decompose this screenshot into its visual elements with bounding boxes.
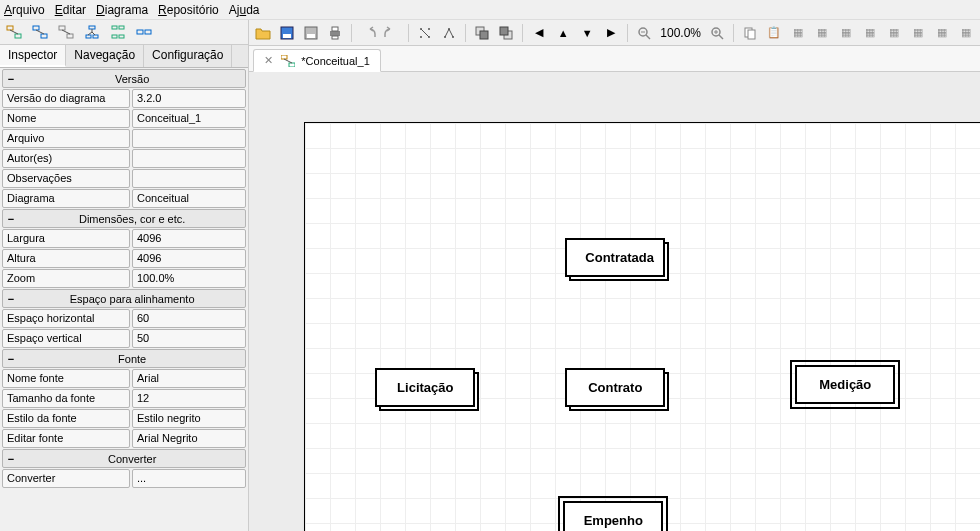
prop-val[interactable]: Conceitual [132, 189, 246, 208]
collapse-icon[interactable]: − [3, 293, 19, 305]
redo-icon[interactable] [382, 23, 402, 43]
entity-empenho[interactable]: Empenho [563, 501, 663, 531]
section-title: Versão [19, 73, 245, 85]
prop-val[interactable]: 12 [132, 389, 246, 408]
prop-val[interactable]: 100.0% [132, 269, 246, 288]
disabled-tool-icon: ▦ [836, 23, 856, 43]
svg-rect-17 [112, 35, 117, 38]
left-tabs: Inspector Navegação Configuração [0, 44, 248, 68]
svg-line-46 [719, 35, 723, 39]
prop-val[interactable] [132, 169, 246, 188]
svg-rect-10 [86, 35, 91, 38]
collapse-icon[interactable]: − [3, 353, 19, 365]
disabled-tool-icon: ▦ [812, 23, 832, 43]
prop-val[interactable]: 4096 [132, 249, 246, 268]
svg-line-8 [62, 30, 70, 34]
zoom-out-icon[interactable] [634, 23, 654, 43]
prop-val[interactable] [132, 129, 246, 148]
save-as-icon[interactable] [301, 23, 321, 43]
arrow-up-icon[interactable]: ▲ [553, 23, 573, 43]
tab-configuracao[interactable]: Configuração [144, 45, 232, 67]
svg-rect-27 [332, 36, 338, 39]
canvas[interactable]: Contratada Licitação Contrato Medição Em… [249, 72, 980, 531]
doc-tab-conceitual[interactable]: ✕ *Conceitual_1 [253, 49, 381, 72]
tab-inspector[interactable]: Inspector [0, 45, 66, 67]
menu-editar[interactable]: Editar [55, 3, 86, 17]
prop-val[interactable]: 4096 [132, 229, 246, 248]
prop-key: Diagrama [2, 189, 130, 208]
document-tabs: ✕ *Conceitual_1 [249, 46, 980, 72]
arrow-right-icon[interactable]: ▶ [601, 23, 621, 43]
save-icon[interactable] [277, 23, 297, 43]
close-icon[interactable]: ✕ [264, 54, 273, 67]
disabled-tool-icon: ▦ [932, 23, 952, 43]
prop-key: Estilo da fonte [2, 409, 130, 428]
prop-val[interactable]: Arial Negrito [132, 429, 246, 448]
entity-contrato[interactable]: Contrato [565, 368, 665, 407]
svg-rect-0 [7, 26, 13, 30]
menu-ajuda[interactable]: Ajuda [229, 3, 260, 17]
folder-open-icon[interactable] [253, 23, 273, 43]
svg-rect-26 [332, 27, 338, 31]
section-espaco[interactable]: −Espaço para alinhamento [2, 289, 246, 308]
diagram-tool-icon-4[interactable] [84, 24, 100, 40]
align-tool-icon[interactable] [415, 23, 435, 43]
section-converter[interactable]: −Converter [2, 449, 246, 468]
prop-val[interactable]: Conceitual_1 [132, 109, 246, 128]
svg-rect-39 [500, 27, 508, 35]
arrow-down-icon[interactable]: ▼ [577, 23, 597, 43]
svg-rect-9 [89, 26, 95, 29]
prop-val[interactable]: Arial [132, 369, 246, 388]
canvas-page[interactable]: Contratada Licitação Contrato Medição Em… [304, 122, 980, 531]
prop-key: Nome fonte [2, 369, 130, 388]
arrow-left-icon[interactable]: ◀ [529, 23, 549, 43]
left-panel: Inspector Navegação Configuração − Versã… [0, 20, 249, 531]
section-fonte[interactable]: −Fonte [2, 349, 246, 368]
diagram-tool-icon-6[interactable] [136, 24, 152, 40]
prop-val[interactable]: Estilo negrito [132, 409, 246, 428]
diagram-tool-icon-2[interactable] [32, 24, 48, 40]
collapse-icon[interactable]: − [3, 73, 19, 85]
right-panel: ◀ ▲ ▼ ▶ 100.0% 📋 ▦ ▦ ▦ ▦ ▦ ▦ ▦ ▦ ✕ *Conc… [249, 20, 980, 531]
tab-navegacao[interactable]: Navegação [66, 45, 144, 67]
svg-line-2 [10, 30, 18, 34]
diagram-tool-icon-3[interactable] [58, 24, 74, 40]
entity-licitacao[interactable]: Licitação [375, 368, 475, 407]
section-versao[interactable]: − Versão [2, 69, 246, 88]
inspector-panel[interactable]: − Versão Versão do diagrama3.2.0 NomeCon… [0, 68, 248, 531]
prop-val[interactable]: 60 [132, 309, 246, 328]
zoom-in-icon[interactable] [707, 23, 727, 43]
prop-val[interactable]: 50 [132, 329, 246, 348]
align-tool-icon-2[interactable] [439, 23, 459, 43]
prop-key: Zoom [2, 269, 130, 288]
svg-rect-50 [289, 63, 295, 67]
disabled-tool-icon: ▦ [860, 23, 880, 43]
undo-icon[interactable] [358, 23, 378, 43]
prop-val[interactable]: 3.2.0 [132, 89, 246, 108]
entity-contratada[interactable]: Contratada [565, 238, 665, 277]
disabled-tool-icon: ▦ [788, 23, 808, 43]
collapse-icon[interactable]: − [3, 453, 19, 465]
section-dimensoes[interactable]: −Dimensões, cor e etc. [2, 209, 246, 228]
prop-val[interactable] [132, 149, 246, 168]
diagram-tool-icon-5[interactable] [110, 24, 126, 40]
prop-key: Versão do diagrama [2, 89, 130, 108]
prop-key: Largura [2, 229, 130, 248]
prop-key: Espaço vertical [2, 329, 130, 348]
send-back-icon[interactable] [496, 23, 516, 43]
copy-icon[interactable] [740, 23, 760, 43]
collapse-icon[interactable]: − [3, 213, 19, 225]
paste-icon[interactable]: 📋 [764, 23, 784, 43]
print-icon[interactable] [325, 23, 345, 43]
menu-repositorio[interactable]: Repositório [158, 3, 219, 17]
menu-arquivo[interactable]: AArquivorquivo [4, 3, 45, 17]
prop-val[interactable]: ... [132, 469, 246, 488]
prop-key: Nome [2, 109, 130, 128]
entity-medicao[interactable]: Medição [795, 365, 895, 404]
diagram-tool-icon-1[interactable] [6, 24, 22, 40]
svg-rect-18 [119, 35, 124, 38]
bring-front-icon[interactable] [472, 23, 492, 43]
svg-rect-16 [119, 26, 124, 29]
menu-diagrama[interactable]: Diagrama [96, 3, 148, 17]
svg-line-32 [421, 29, 429, 37]
